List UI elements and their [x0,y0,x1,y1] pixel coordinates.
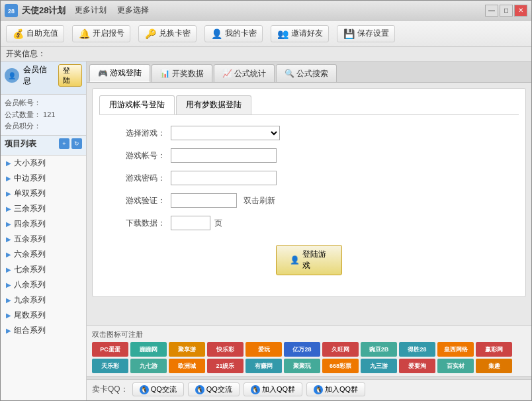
inner-tab-1[interactable]: 用有梦数据登陆 [176,95,251,114]
bottom-icon-12[interactable]: 九七游 [130,359,167,373]
bottom-icon-5[interactable]: 亿万28 [284,342,320,357]
project-section: 项目列表 + ↻ [1,136,86,156]
password-input[interactable] [171,171,277,185]
open-info-label: 开奖信息： [6,48,46,60]
main-area: 👤 会员信息 登陆 会员帐号： 公式数量： 121 会员积分： [1,62,531,400]
download-row: 下载数据： 10 页 [99,216,519,230]
bottom-icon-10[interactable]: 赢彩网 [476,342,512,357]
minimize-button[interactable]: — [485,5,498,17]
verify-label: 游戏验证： [112,195,165,206]
tab-icon-0: 🎮 [98,69,107,78]
arrow-icon: ▶ [6,236,11,243]
bottom-icon-20[interactable]: 百实材 [437,359,474,373]
bottom-icon-15[interactable]: 有赚网 [245,359,282,373]
qq-button-2[interactable]: 🐧加入QQ群 [244,382,302,396]
bottom-icon-17[interactable]: 668彩票 [322,359,359,373]
invite-label: 邀请好友 [291,28,323,39]
sidebar-item[interactable]: ▶尾数系列 [1,308,86,323]
bottom-icon-8[interactable]: 得胜28 [399,342,435,357]
verify-input[interactable] [171,193,237,208]
content-area: 🎮游戏登陆📊开奖数据📈公式统计🔍公式搜索 用游戏帐号登陆用有梦数据登陆 选择游戏… [87,62,531,400]
refresh-label[interactable]: 双击刷新 [244,195,275,206]
sidebar-item[interactable]: ▶五余系列 [1,232,86,247]
bottom-icon-14[interactable]: 21娱乐 [207,359,244,373]
sidebar-item[interactable]: ▶八余系列 [1,277,86,292]
bottom-icon-4[interactable]: 爱玩 [245,342,282,357]
arrow-icon: ▶ [6,190,11,197]
sidebar-item[interactable]: ▶四余系列 [1,216,86,232]
sidebar-item[interactable]: ▶七余系列 [1,262,86,277]
mycard-icon: 👤 [210,28,222,40]
tab-icon-1: 📊 [160,69,169,78]
save-settings-button[interactable]: 💾 保存设置 [337,25,395,42]
sidebar-item[interactable]: ▶组合系列 [1,323,86,338]
qq-divider [87,376,531,380]
save-icon: 💾 [343,28,355,40]
bottom-icon-6[interactable]: 久旺网 [322,342,359,357]
bottom-icon-13[interactable]: 欧洲城 [169,359,205,373]
password-label: 游戏密码： [112,173,165,184]
bottom-icon-9[interactable]: 皇西网络 [437,342,474,357]
bottom-area: 双击图标可注册 PC蛋蛋蹦蹦网聚享游快乐彩爱玩亿万28久旺网豌豆2B得胜28皇西… [87,325,531,400]
game-select[interactable] [171,126,280,140]
project-icon-2[interactable]: ↻ [71,138,82,149]
bottom-icon-19[interactable]: 爱要淘 [399,359,435,373]
qq-button-0[interactable]: 🐧QQ交流 [132,382,184,396]
bottom-icon-18[interactable]: 九三游 [361,359,397,373]
save-label: 保存设置 [357,28,389,39]
bottom-icon-16[interactable]: 聚聚玩 [284,359,320,373]
download-label: 下载数据： [112,218,165,229]
invite-button[interactable]: 👥 邀请好友 [271,25,329,42]
report-label: 开启报号 [93,28,124,39]
project-header: 项目列表 + ↻ [5,138,82,150]
qq-button-1[interactable]: 🐧QQ交流 [188,382,240,396]
download-input[interactable]: 10 [171,216,210,230]
my-card-button[interactable]: 👤 我的卡密 [204,25,263,42]
member-info: 会员帐号： 公式数量： 121 会员积分： [1,95,86,136]
login-panel: 用游戏帐号登陆用有梦数据登陆 选择游戏： 游戏帐号： 游戏密码： [92,88,526,297]
formula-row: 公式数量： 121 [5,109,82,121]
bottom-icon-21[interactable]: 集趣 [476,359,512,373]
main-window: 28 天使28计划 更多计划 更多选择 — □ ✕ 💰 自助充值 🔔 开启报号 … [0,0,532,401]
qq-button-3[interactable]: 🐧加入QQ群 [306,382,365,396]
close-button[interactable]: ✕ [514,5,527,17]
menu-more-plans[interactable]: 更多计划 [75,5,107,16]
bottom-icon-2[interactable]: 聚享游 [169,342,205,357]
points-row: 会员积分： [5,120,82,132]
invite-icon: 👥 [277,28,288,40]
arrow-icon: ▶ [6,205,11,212]
bottom-icon-0[interactable]: PC蛋蛋 [92,342,128,357]
bottom-icon-11[interactable]: 天乐彩 [92,359,128,373]
sidebar-item[interactable]: ▶六余系列 [1,247,86,262]
maximize-button[interactable]: □ [500,5,513,17]
project-icon-1[interactable]: + [59,138,69,149]
project-title: 项目列表 [5,138,36,150]
login-icon: 👤 [290,255,300,265]
account-row: 会员帐号： [5,97,82,109]
start-report-button[interactable]: 🔔 开启报号 [72,25,130,42]
sidebar-item[interactable]: ▶九余系列 [1,292,86,308]
bottom-icon-1[interactable]: 蹦蹦网 [130,342,167,357]
qq-icon-0: 🐧 [140,385,149,394]
sidebar-item[interactable]: ▶中边系列 [1,171,86,186]
title-bar: 28 天使28计划 更多计划 更多选择 — □ ✕ [1,1,531,21]
redeem-button[interactable]: 🔑 兑换卡密 [138,25,197,42]
select-game-row: 选择游戏： [99,126,519,140]
main-tab-0[interactable]: 🎮游戏登陆 [89,64,150,82]
main-tab-2[interactable]: 📈公式统计 [214,64,275,82]
recharge-button[interactable]: 💰 自助充值 [6,25,64,42]
bottom-icon-3[interactable]: 快乐彩 [207,342,244,357]
main-tab-3[interactable]: 🔍公式搜索 [276,64,337,82]
login-btn-label: 登陆游戏 [302,249,328,271]
main-tab-1[interactable]: 📊开奖数据 [152,64,212,82]
bottom-icon-7[interactable]: 豌豆2B [361,342,397,357]
login-game-button[interactable]: 👤 登陆游戏 [276,245,342,275]
login-button[interactable]: 登陆 [58,64,82,87]
inner-tabs: 用游戏帐号登陆用有梦数据登陆 [99,95,519,115]
sidebar-item[interactable]: ▶三余系列 [1,201,86,216]
sidebar-item[interactable]: ▶单双系列 [1,186,86,201]
inner-tab-0[interactable]: 用游戏帐号登陆 [99,95,175,114]
account-input[interactable] [171,148,277,163]
sidebar-item[interactable]: ▶大小系列 [1,156,86,171]
menu-more-choices[interactable]: 更多选择 [117,5,149,16]
